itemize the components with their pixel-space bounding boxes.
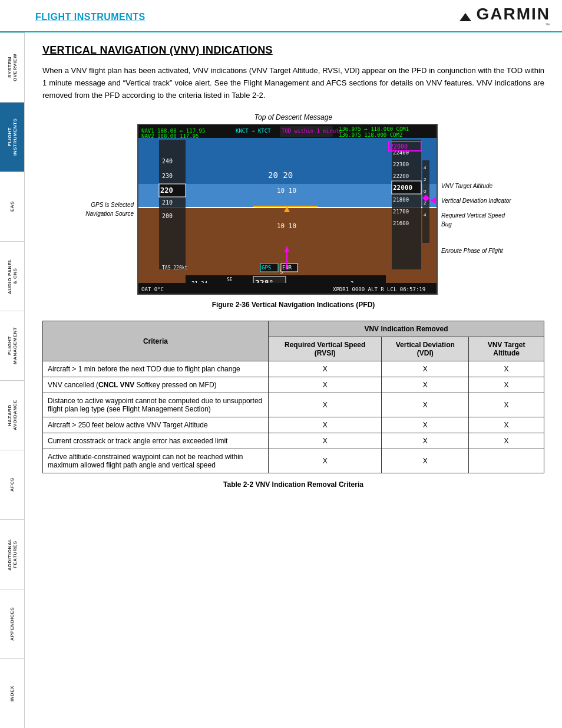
svg-text:210: 210 [162,199,173,206]
table-cell-vdi: X [382,377,469,393]
svg-text:22000: 22000 [393,184,412,192]
svg-text:TOD within 1 minute: TOD within 1 minute [282,128,342,134]
vnv-table: Criteria VNV Indication Removed Required… [42,321,544,473]
svg-text:4: 4 [424,212,427,218]
svg-text:21700: 21700 [393,209,409,215]
table-col3-header: VNV Target Altitude [469,337,544,361]
sidebar-item-appendices[interactable]: APPENDICES [0,589,24,658]
sidebar-item-system-overview[interactable]: SYSTEMOVERVIEW [0,32,24,102]
svg-text:22200: 22200 [393,173,409,179]
svg-text:OAT   0°C: OAT 0°C [141,286,164,292]
table-col2-header: Vertical Deviation (VDI) [382,337,469,361]
sidebar-item-index[interactable]: INDEX [0,658,24,728]
table-cell-criteria: Aircraft > 250 feet below active VNV Tar… [43,417,269,433]
pfd-right-labels: VNV Target Altitude Vertical Deviation I… [438,164,514,255]
svg-text:230: 230 [162,173,173,179]
pfd-annotation-enroute: Enroute Phase of Flight [441,246,514,255]
garmin-wordmark: GARMIN [476,6,550,22]
table-cell-rvsi: X [268,361,382,377]
pfd-left-labels: GPS is Selected Navigation Source [72,200,137,218]
table-cell-criteria: Active altitude-constrained waypoint can… [43,449,269,473]
cncl-vnv-bold: CNCL VNV [98,381,134,389]
pfd-left-annotation: GPS is Selected Navigation Source [72,200,134,218]
table-cell-vnv: X [469,361,544,377]
svg-text:0: 0 [424,189,427,194]
page-header: FLIGHT INSTRUMENTS GARMIN ™ [0,0,562,32]
table-cell-vnv: X [469,417,544,433]
table-cell-vnv [469,449,544,473]
table-cell-vdi: X [382,433,469,449]
sidebar-item-audio-panel[interactable]: AUDIO PANEL& CNS [0,241,24,311]
pfd-wrapper: GPS is Selected Navigation Source [42,124,544,295]
table-cell-rvsi: X [268,433,382,449]
table-header-row-top: Criteria VNV Indication Removed [43,321,544,337]
svg-text:20      20: 20 20 [268,170,293,180]
svg-text:10       10: 10 10 [277,187,296,195]
table-row: Current crosstrack or track angle error … [43,433,544,449]
svg-text:XPDR1 0000  ALT  R LCL  06:57:: XPDR1 0000 ALT R LCL 06:57:19 [333,286,425,292]
pfd-figure: Top of Descent Message GPS is Selected N… [42,113,544,309]
table-row: Aircraft > 250 feet below active VNV Tar… [43,417,544,433]
table-row: Active altitude-constrained waypoint can… [43,449,544,473]
svg-text:21800: 21800 [393,197,409,203]
section-body: When a VNV flight plan has been activate… [42,65,544,101]
main-content: VERTICAL NAVIGATION (VNV) INDICATIONS Wh… [25,32,562,728]
table-cell-criteria: VNV cancelled (CNCL VNV Softkey pressed … [43,377,269,393]
svg-text:200: 200 [162,213,173,219]
sidebar-item-additional[interactable]: ADDITIONALFEATURES [0,519,24,589]
garmin-trademark: ™ [545,22,550,28]
pfd-annotation-rvs-bug: Required Vertical Speed Bug [441,211,514,229]
svg-text:2: 2 [424,177,427,182]
table-cell-vdi: X [382,393,469,417]
svg-text:10       10: 10 10 [277,222,296,230]
table-row: VNV cancelled (CNCL VNV Softkey pressed … [43,377,544,393]
table-body: Aircraft > 1 min before the next TOD due… [43,361,544,473]
garmin-logo: GARMIN ™ [459,6,550,28]
table-cell-rvsi: X [268,377,382,393]
table-row: Distance to active waypoint cannot be co… [43,393,544,417]
table-cell-criteria: Aircraft > 1 min before the next TOD due… [43,361,269,377]
svg-text:4: 4 [424,165,427,170]
table-col-criteria: Criteria [43,321,269,361]
svg-text:NAV2 188.00   117.95: NAV2 188.00 117.95 [141,133,199,139]
sidebar-item-flight-instruments[interactable]: FLIGHTINSTRUMENTS [0,102,24,172]
pfd-annotation-vdi: Vertical Deviation Indicator [441,196,514,205]
table-cell-vnv: X [469,433,544,449]
sidebar-item-afcs[interactable]: AFCS [0,450,24,519]
svg-text:136.975 ↔ 118.000 COM1: 136.975 ↔ 118.000 COM1 [339,126,409,132]
pfd-annotation-vnv-target: VNV Target Altitude [441,182,514,190]
svg-text:220: 220 [160,186,173,195]
header-title: FLIGHT INSTRUMENTS [35,12,146,22]
pfd-top-label: Top of Descent Message [42,113,544,121]
table-cell-vdi: X [382,449,469,473]
svg-text:240: 240 [162,158,173,164]
table-cell-criteria: Distance to active waypoint cannot be co… [43,393,269,417]
sidebar-item-eas[interactable]: EAS [0,172,24,241]
table-cell-vdi: X [382,361,469,377]
sidebar-item-hazard[interactable]: HAZARDAVOIDANCE [0,380,24,450]
table-cell-vdi: X [382,417,469,433]
table-caption: Table 2-2 VNV Indication Removal Criteri… [42,480,544,489]
table-cell-criteria: Current crosstrack or track angle error … [43,433,269,449]
svg-text:21600: 21600 [393,220,409,226]
svg-text:KNCT → KTCT: KNCT → KTCT [236,128,271,134]
table-cell-vnv: X [469,393,544,417]
table-cell-vnv: X [469,377,544,393]
table-cell-rvsi: X [268,449,382,473]
svg-text:22300: 22300 [393,162,409,167]
sidebar: SYSTEMOVERVIEW FLIGHTINSTRUMENTS EAS AUD… [0,32,25,728]
sidebar-item-flight-management[interactable]: FLIGHTMANAGEMENT [0,311,24,380]
svg-text:TAS 220kt: TAS 220kt [162,265,188,271]
page-layout: SYSTEMOVERVIEW FLIGHTINSTRUMENTS EAS AUD… [0,32,562,728]
svg-text:GPS: GPS [262,265,271,271]
figure-caption: Figure 2-36 Vertical Navigation Indicati… [42,301,544,309]
pfd-svg: NAV1 188.00 ↔ 117.95 NAV2 188.00 117.95 … [138,125,438,295]
table-cell-rvsi: X [268,417,382,433]
svg-text:SE: SE [227,277,233,282]
table-header-main: VNV Indication Removed [268,321,544,337]
svg-rect-19 [392,140,421,269]
table-cell-rvsi: X [268,393,382,417]
svg-text:136.975    118.000 COM2: 136.975 118.000 COM2 [339,132,402,138]
pfd-display: NAV1 188.00 ↔ 117.95 NAV2 188.00 117.95 … [137,124,438,295]
section-title: VERTICAL NAVIGATION (VNV) INDICATIONS [42,44,544,57]
